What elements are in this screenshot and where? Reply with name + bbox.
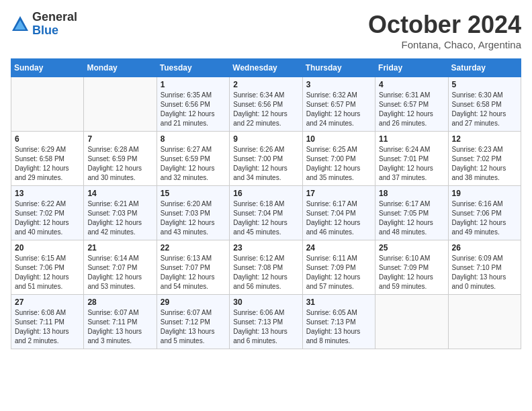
calendar-cell: 13Sunrise: 6:22 AM Sunset: 7:02 PM Dayli… [11,186,84,240]
calendar-cell [84,77,157,132]
calendar-body: 1Sunrise: 6:35 AM Sunset: 6:56 PM Daylig… [11,77,521,349]
day-number: 7 [87,134,152,144]
day-info: Sunrise: 6:22 AM Sunset: 7:02 PM Dayligh… [15,199,80,237]
calendar-cell: 9Sunrise: 6:26 AM Sunset: 7:00 PM Daylig… [230,132,302,186]
calendar-table: SundayMondayTuesdayWednesdayThursdayFrid… [11,58,521,349]
calendar-cell: 6Sunrise: 6:29 AM Sunset: 6:58 PM Daylig… [11,132,84,186]
calendar-cell: 23Sunrise: 6:12 AM Sunset: 7:08 PM Dayli… [230,240,302,295]
day-info: Sunrise: 6:35 AM Sunset: 6:56 PM Dayligh… [161,91,226,128]
day-info: Sunrise: 6:11 AM Sunset: 7:09 PM Dayligh… [306,254,371,291]
day-number: 8 [161,134,226,144]
day-number: 31 [306,298,371,307]
calendar-cell: 8Sunrise: 6:27 AM Sunset: 6:59 PM Daylig… [157,132,229,186]
calendar-day-header: Thursday [302,59,375,77]
day-info: Sunrise: 6:15 AM Sunset: 7:06 PM Dayligh… [15,254,80,291]
calendar-day-header: Sunday [11,59,84,77]
day-number: 22 [161,243,226,253]
day-info: Sunrise: 6:29 AM Sunset: 6:58 PM Dayligh… [15,145,80,183]
calendar-cell: 15Sunrise: 6:20 AM Sunset: 7:03 PM Dayli… [157,186,229,240]
location: Fontana, Chaco, Argentina [368,39,521,50]
day-info: Sunrise: 6:23 AM Sunset: 7:02 PM Dayligh… [452,145,517,183]
calendar-day-header: Wednesday [230,59,302,77]
day-number: 26 [452,243,517,253]
calendar-day-header: Saturday [448,59,521,77]
calendar-cell: 18Sunrise: 6:17 AM Sunset: 7:05 PM Dayli… [375,186,448,240]
logo-general-text: General [32,11,77,24]
day-number: 17 [306,189,371,198]
logo-icon [11,15,30,34]
calendar-cell: 3Sunrise: 6:32 AM Sunset: 6:57 PM Daylig… [302,77,375,132]
calendar-cell [11,77,84,132]
day-number: 25 [379,243,444,253]
day-number: 27 [15,298,80,307]
logo: General Blue [11,11,77,38]
day-number: 1 [161,80,226,89]
day-info: Sunrise: 6:09 AM Sunset: 7:10 PM Dayligh… [452,254,517,291]
calendar-week-row: 27Sunrise: 6:08 AM Sunset: 7:11 PM Dayli… [11,295,521,349]
day-number: 16 [233,189,298,198]
calendar-cell: 22Sunrise: 6:13 AM Sunset: 7:07 PM Dayli… [157,240,229,295]
calendar-day-header: Tuesday [157,59,229,77]
calendar-cell: 16Sunrise: 6:18 AM Sunset: 7:04 PM Dayli… [230,186,302,240]
calendar-cell: 29Sunrise: 6:07 AM Sunset: 7:12 PM Dayli… [157,295,229,349]
day-number: 12 [452,134,517,144]
calendar-cell: 26Sunrise: 6:09 AM Sunset: 7:10 PM Dayli… [448,240,521,295]
day-number: 11 [379,134,444,144]
day-number: 3 [306,80,371,89]
calendar-week-row: 6Sunrise: 6:29 AM Sunset: 6:58 PM Daylig… [11,132,521,186]
calendar-cell: 25Sunrise: 6:10 AM Sunset: 7:09 PM Dayli… [375,240,448,295]
day-number: 10 [306,134,371,144]
calendar-header-row: SundayMondayTuesdayWednesdayThursdayFrid… [11,59,521,77]
calendar-week-row: 1Sunrise: 6:35 AM Sunset: 6:56 PM Daylig… [11,77,521,132]
day-info: Sunrise: 6:18 AM Sunset: 7:04 PM Dayligh… [233,199,298,237]
day-info: Sunrise: 6:07 AM Sunset: 7:12 PM Dayligh… [161,308,226,346]
calendar-day-header: Monday [84,59,157,77]
day-info: Sunrise: 6:17 AM Sunset: 7:04 PM Dayligh… [306,199,371,237]
day-info: Sunrise: 6:21 AM Sunset: 7:03 PM Dayligh… [87,199,152,237]
day-number: 23 [233,243,298,253]
day-number: 19 [452,189,517,198]
day-number: 13 [15,189,80,198]
day-info: Sunrise: 6:12 AM Sunset: 7:08 PM Dayligh… [233,254,298,291]
day-number: 15 [161,189,226,198]
calendar-cell: 11Sunrise: 6:24 AM Sunset: 7:01 PM Dayli… [375,132,448,186]
day-number: 4 [379,80,444,89]
day-info: Sunrise: 6:10 AM Sunset: 7:09 PM Dayligh… [379,254,444,291]
day-info: Sunrise: 6:16 AM Sunset: 7:06 PM Dayligh… [452,199,517,237]
calendar-cell: 30Sunrise: 6:06 AM Sunset: 7:13 PM Dayli… [230,295,302,349]
day-number: 30 [233,298,298,307]
day-info: Sunrise: 6:27 AM Sunset: 6:59 PM Dayligh… [161,145,226,183]
day-info: Sunrise: 6:34 AM Sunset: 6:56 PM Dayligh… [233,91,298,128]
day-number: 9 [233,134,298,144]
calendar-cell: 5Sunrise: 6:30 AM Sunset: 6:58 PM Daylig… [448,77,521,132]
calendar-cell [448,295,521,349]
calendar-cell: 7Sunrise: 6:28 AM Sunset: 6:59 PM Daylig… [84,132,157,186]
calendar-cell: 28Sunrise: 6:07 AM Sunset: 7:11 PM Dayli… [84,295,157,349]
day-number: 14 [87,189,152,198]
calendar-cell: 17Sunrise: 6:17 AM Sunset: 7:04 PM Dayli… [302,186,375,240]
day-number: 2 [233,80,298,89]
calendar-cell: 14Sunrise: 6:21 AM Sunset: 7:03 PM Dayli… [84,186,157,240]
day-number: 6 [15,134,80,144]
day-info: Sunrise: 6:28 AM Sunset: 6:59 PM Dayligh… [87,145,152,183]
day-info: Sunrise: 6:24 AM Sunset: 7:01 PM Dayligh… [379,145,444,183]
calendar-cell [375,295,448,349]
page-header: General Blue October 2024 Fontana, Chaco… [11,11,521,50]
day-info: Sunrise: 6:07 AM Sunset: 7:11 PM Dayligh… [87,308,152,346]
day-number: 20 [15,243,80,253]
day-number: 29 [161,298,226,307]
calendar-week-row: 13Sunrise: 6:22 AM Sunset: 7:02 PM Dayli… [11,186,521,240]
calendar-cell: 31Sunrise: 6:05 AM Sunset: 7:13 PM Dayli… [302,295,375,349]
day-number: 28 [87,298,152,307]
day-info: Sunrise: 6:17 AM Sunset: 7:05 PM Dayligh… [379,199,444,237]
day-number: 18 [379,189,444,198]
calendar-cell: 12Sunrise: 6:23 AM Sunset: 7:02 PM Dayli… [448,132,521,186]
day-info: Sunrise: 6:31 AM Sunset: 6:57 PM Dayligh… [379,91,444,128]
day-info: Sunrise: 6:13 AM Sunset: 7:07 PM Dayligh… [161,254,226,291]
day-info: Sunrise: 6:25 AM Sunset: 7:00 PM Dayligh… [306,145,371,183]
day-info: Sunrise: 6:08 AM Sunset: 7:11 PM Dayligh… [15,308,80,346]
calendar-cell: 21Sunrise: 6:14 AM Sunset: 7:07 PM Dayli… [84,240,157,295]
day-info: Sunrise: 6:06 AM Sunset: 7:13 PM Dayligh… [233,308,298,346]
calendar-cell: 19Sunrise: 6:16 AM Sunset: 7:06 PM Dayli… [448,186,521,240]
calendar-cell: 1Sunrise: 6:35 AM Sunset: 6:56 PM Daylig… [157,77,229,132]
